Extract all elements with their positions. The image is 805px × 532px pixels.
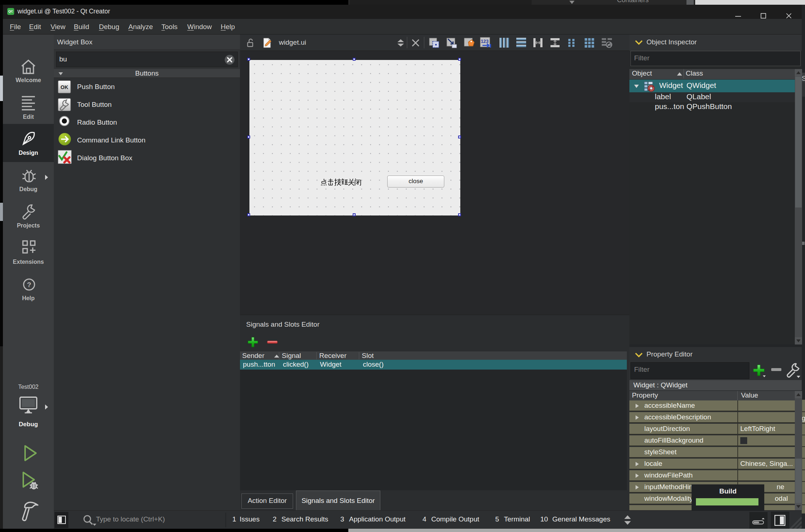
svg-text:OK: OK <box>61 84 68 90</box>
svg-text:123: 123 <box>481 39 489 44</box>
svg-text:?: ? <box>27 281 31 289</box>
